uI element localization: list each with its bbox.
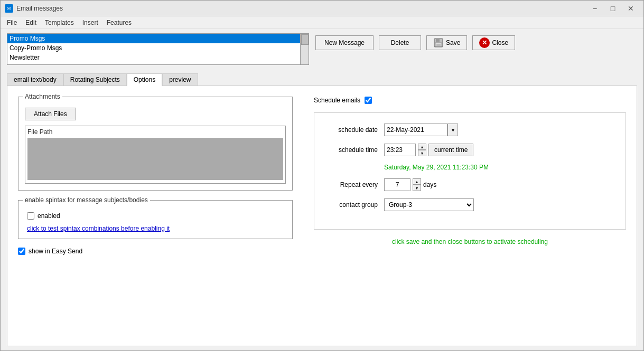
schedule-time-input[interactable]: [384, 144, 416, 156]
spintax-test-link[interactable]: click to test spintax combinations befor…: [27, 225, 284, 232]
tab-rotating-subjects[interactable]: Rotating Subjects: [63, 73, 127, 86]
tab-email-text-body[interactable]: email text/body: [7, 73, 63, 86]
save-icon: [433, 37, 444, 48]
window-title: Email messages: [16, 5, 586, 12]
list-item[interactable]: Spintax: [7, 62, 300, 64]
spintax-enabled-label: enabled: [38, 212, 60, 220]
close-x-icon: ✕: [479, 37, 490, 48]
show-easy-send-label: show in Easy Send: [29, 248, 82, 255]
options-left-panel: Attachments Attach Files File Path enabl…: [18, 97, 293, 335]
main-window: ✉ Email messages − □ ✕ File Edit Templat…: [0, 0, 644, 351]
list-scrollbar[interactable]: [300, 34, 309, 64]
window-icon: ✉: [5, 4, 13, 13]
new-message-button[interactable]: New Message: [315, 35, 374, 50]
minimize-button[interactable]: −: [586, 2, 603, 15]
scrollbar-thumb[interactable]: [301, 34, 309, 45]
spintax-box: enable spintax for message subjects/bodi…: [18, 200, 293, 239]
file-path-label: File Path: [27, 128, 283, 136]
message-list: Promo Msgs Copy-Promo Msgs Newsletter Sp…: [7, 34, 300, 64]
tab-preview[interactable]: preview: [162, 73, 198, 86]
svg-rect-1: [436, 39, 440, 42]
show-easy-send-row: show in Easy Send: [18, 248, 293, 255]
repeat-days-input[interactable]: [384, 178, 410, 191]
show-easy-send-checkbox[interactable]: [18, 248, 25, 255]
repeat-every-label: Repeat every: [325, 181, 378, 188]
days-increment-button[interactable]: ▲: [413, 178, 421, 185]
menu-insert[interactable]: Insert: [78, 18, 102, 27]
days-spinner: ▲ ▼: [413, 178, 421, 191]
menu-edit[interactable]: Edit: [21, 18, 41, 27]
message-list-container: Promo Msgs Copy-Promo Msgs Newsletter Sp…: [7, 33, 309, 65]
title-bar-controls: − □ ✕: [586, 2, 639, 15]
spintax-checkbox[interactable]: [27, 212, 34, 220]
list-item[interactable]: Newsletter: [7, 53, 300, 62]
delete-button[interactable]: Delete: [379, 35, 421, 50]
menu-file[interactable]: File: [3, 18, 21, 27]
schedule-header: Schedule emails: [314, 97, 626, 104]
schedule-date-row: schedule date ▾: [325, 124, 615, 136]
tab-bar: email text/body Rotating Subjects Option…: [7, 73, 637, 86]
repeat-every-row: Repeat every ▲ ▼ days: [325, 178, 615, 191]
schedule-emails-label: Schedule emails: [314, 97, 360, 104]
save-button[interactable]: Save: [426, 35, 467, 50]
current-time-button[interactable]: current time: [428, 144, 473, 156]
window-close-button[interactable]: ✕: [622, 2, 639, 15]
maximize-button[interactable]: □: [604, 2, 621, 15]
title-bar: ✉ Email messages − □ ✕: [1, 1, 643, 16]
time-decrement-button[interactable]: ▼: [418, 150, 426, 156]
options-right-panel: Schedule emails schedule date ▾: [314, 97, 626, 335]
list-item[interactable]: Promo Msgs: [7, 34, 300, 43]
spintax-enabled-row: enabled: [27, 212, 284, 220]
attach-files-button[interactable]: Attach Files: [25, 108, 76, 120]
close-label: Close: [492, 39, 508, 46]
attachments-box: Attachments Attach Files File Path: [18, 97, 293, 191]
close-button[interactable]: ✕ Close: [472, 35, 515, 50]
schedule-time-label: schedule time: [325, 146, 378, 154]
days-label: days: [423, 181, 436, 188]
tab-content-options: Attachments Attach Files File Path enabl…: [7, 86, 637, 346]
save-note: click save and then close buttons to act…: [314, 238, 626, 245]
time-increment-button[interactable]: ▲: [418, 144, 426, 150]
date-picker-button[interactable]: ▾: [447, 124, 458, 136]
content-area: email text/body Rotating Subjects Option…: [1, 69, 643, 350]
svg-rect-3: [436, 44, 441, 46]
save-label: Save: [446, 39, 460, 46]
schedule-box: schedule date ▾ schedule time ▲: [314, 112, 626, 230]
schedule-date-label: schedule date: [325, 126, 378, 134]
attachments-legend: Attachments: [23, 93, 62, 100]
menu-bar: File Edit Templates Insert Features: [1, 16, 643, 29]
spintax-legend: enable spintax for message subjects/bodi…: [23, 196, 150, 204]
menu-features[interactable]: Features: [102, 18, 136, 27]
menu-templates[interactable]: Templates: [41, 18, 78, 27]
contact-group-row: contact group Group-1 Group-2 Group-3 Gr…: [325, 198, 615, 211]
file-path-area: [27, 138, 283, 180]
file-path-box: File Path: [25, 126, 286, 184]
list-item[interactable]: Copy-Promo Msgs: [7, 43, 300, 53]
schedule-time-row: schedule time ▲ ▼ current time: [325, 144, 615, 156]
tab-options[interactable]: Options: [127, 73, 162, 86]
time-spinner: ▲ ▼: [418, 144, 426, 156]
schedule-datetime-display: Saturday, May 29, 2021 11:23:30 PM: [384, 164, 615, 171]
days-decrement-button[interactable]: ▼: [413, 185, 421, 191]
schedule-date-input[interactable]: [384, 124, 447, 136]
schedule-emails-checkbox[interactable]: [365, 97, 372, 104]
contact-group-select[interactable]: Group-1 Group-2 Group-3 Group-4: [384, 198, 474, 211]
contact-group-label: contact group: [325, 201, 378, 208]
